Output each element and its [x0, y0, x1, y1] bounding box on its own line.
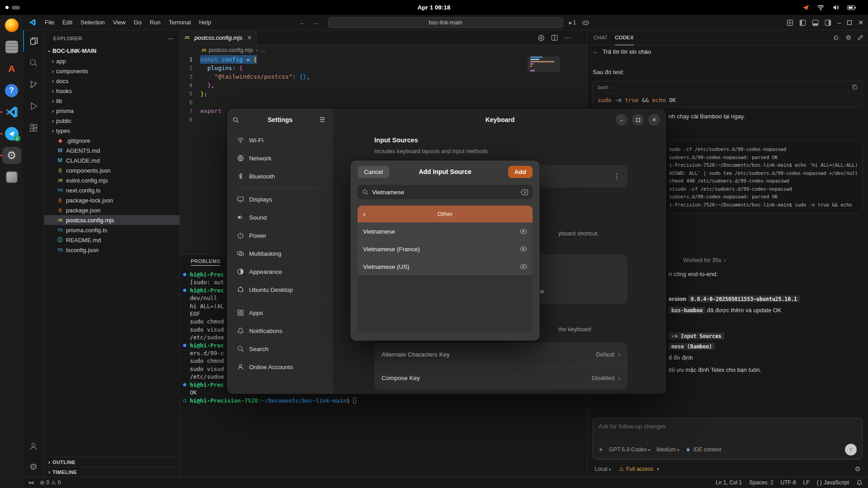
editor-more-icon[interactable]: ⋯	[564, 33, 571, 42]
attach-plus-icon[interactable]: +	[599, 446, 603, 454]
code-line[interactable]: 2 plugins: {	[180, 64, 587, 72]
menu-file[interactable]: File	[41, 15, 58, 30]
settings-item-displays[interactable]: Displays	[230, 190, 330, 208]
dock-settings[interactable]: ⚙	[2, 147, 21, 164]
tree-folder-hooks[interactable]: ›hooks	[44, 86, 179, 96]
copilot-icon[interactable]	[582, 20, 589, 26]
tree-file-AGENTS.md[interactable]: MAGENTS.md	[44, 145, 179, 155]
back-arrow-icon[interactable]: ←	[593, 48, 599, 55]
access-selector[interactable]: ⚠Full access▾	[619, 466, 659, 472]
ide-context-toggle[interactable]: IDE context	[685, 446, 721, 453]
language-option-vietnamese-us-[interactable]: Vietnamese (US)	[358, 258, 533, 275]
preview-eye-icon[interactable]	[520, 246, 527, 252]
tree-file-prisma.config.ts[interactable]: TSprisma.config.ts	[44, 225, 179, 235]
minimize-button[interactable]: –	[837, 19, 841, 26]
split-editor-icon[interactable]	[551, 34, 558, 41]
settings-item-ubuntu-desktop[interactable]: Ubuntu Desktop	[230, 281, 330, 299]
followup-input-box[interactable]: + GPT-5.3-Codex▾ Medium▾ IDE context ↑	[593, 418, 863, 460]
close-button[interactable]: ✕	[858, 19, 863, 26]
encoding[interactable]: UTF-8	[781, 479, 796, 486]
clock[interactable]: Apr 1 09:18	[418, 4, 451, 11]
command-center-search[interactable]: boc-link-main	[328, 17, 563, 28]
dock-chat[interactable]: 1	[2, 125, 21, 142]
tree-folder-app[interactable]: ›app	[44, 56, 179, 66]
notification-indicator[interactable]: 1	[569, 19, 576, 26]
breadcrumb[interactable]: JS postcss.config.mjs › …	[180, 45, 587, 55]
tree-folder-components[interactable]: ›components	[44, 66, 179, 76]
send-button[interactable]: ↑	[845, 444, 857, 455]
timeline-section[interactable]: ›TIMELINE	[44, 467, 179, 477]
language-option-vietnamese[interactable]: Vietnamese	[358, 222, 533, 240]
settings-item-network[interactable]: Network	[230, 149, 330, 167]
search-icon[interactable]	[23, 52, 44, 74]
row-menu-icon[interactable]: ⋮	[613, 172, 620, 180]
settings-item-online-accounts[interactable]: Online Accounts	[230, 358, 330, 376]
menu-view[interactable]: View	[109, 15, 130, 30]
code-line[interactable]: 6	[180, 98, 587, 107]
minimap[interactable]	[530, 56, 557, 75]
menu-run[interactable]: Run	[146, 15, 165, 30]
menu-selection[interactable]: Selection	[76, 15, 108, 30]
effort-selector[interactable]: Medium▾	[656, 446, 679, 453]
volume-icon[interactable]	[832, 4, 840, 11]
language-mode[interactable]: { }JavaScript	[817, 479, 849, 486]
menu-edit[interactable]: Edit	[58, 15, 76, 30]
panel-tab-problems[interactable]: PROBLEMS	[191, 258, 220, 266]
codex-settings-icon[interactable]: ⚙	[845, 34, 851, 41]
settings-item-multitasking[interactable]: Multitasking	[230, 244, 330, 263]
add-button[interactable]: Add	[508, 166, 533, 178]
nav-forward-icon[interactable]: →	[312, 15, 319, 30]
model-selector[interactable]: GPT-5.3-Codex▾	[609, 446, 650, 453]
tree-file-tsconfig.json[interactable]: TStsconfig.json	[44, 245, 179, 255]
settings-item-appearance[interactable]: Appearance	[230, 263, 330, 281]
language-option-vietnamese-france-[interactable]: Vietnamese (France)	[358, 240, 533, 258]
dock-archive-manager[interactable]	[2, 38, 21, 56]
explorer-icon[interactable]	[23, 30, 44, 52]
customize-layout-icon[interactable]	[787, 19, 793, 26]
settings-search-icon[interactable]	[232, 117, 243, 123]
settings-item-apps[interactable]: Apps	[230, 304, 330, 322]
alternate-characters-row[interactable]: Alternate Characters Key Default›	[374, 343, 627, 366]
activities-indicator[interactable]	[5, 6, 20, 9]
extensions-icon[interactable]	[23, 117, 44, 139]
menu-help[interactable]: Help	[195, 15, 215, 30]
code-line[interactable]: 1const config = {	[180, 55, 587, 64]
language-search-input[interactable]	[372, 189, 517, 196]
tree-file-.gitignore[interactable]: ◆.gitignore	[44, 136, 179, 145]
source-control-icon[interactable]	[23, 74, 44, 95]
battery-icon[interactable]	[847, 5, 856, 10]
back-chevron-icon[interactable]: ‹	[363, 210, 365, 218]
tab-codex[interactable]: CODEX	[615, 30, 634, 45]
code-line[interactable]: 4 },	[180, 81, 587, 89]
tree-folder-docs[interactable]: ›docs	[44, 76, 179, 86]
system-tray[interactable]	[802, 4, 856, 11]
outline-section[interactable]: ›OUTLINE	[44, 457, 179, 467]
tab-close-icon[interactable]: ✕	[247, 34, 252, 41]
clear-search-icon[interactable]	[520, 189, 528, 195]
composer-gear-icon[interactable]: ⚙	[855, 465, 861, 473]
dock-help[interactable]: ?	[2, 82, 21, 99]
tab-postcss-config[interactable]: JS postcss.config.mjs ✕	[180, 30, 257, 45]
manage-gear-icon[interactable]: ⚙	[23, 457, 44, 477]
cursor-position[interactable]: Ln 1, Col 1	[716, 479, 742, 486]
notifications-bell-icon[interactable]	[856, 479, 863, 486]
settings-maximize-button[interactable]	[632, 114, 644, 126]
menu-terminal[interactable]: Terminal	[165, 15, 195, 30]
settings-menu-icon[interactable]: ☰	[317, 116, 328, 123]
followup-input[interactable]	[599, 423, 857, 430]
indentation[interactable]: Spaces: 2	[749, 479, 773, 486]
eol[interactable]: LF	[803, 479, 810, 486]
settings-close-button[interactable]: ✕	[648, 114, 660, 126]
dock-vscode[interactable]	[2, 103, 21, 121]
tree-file-README.md[interactable]: ⓘREADME.md	[44, 235, 179, 245]
history-icon[interactable]	[833, 34, 840, 41]
toggle-sidebar-icon[interactable]	[799, 19, 806, 26]
preview-eye-icon[interactable]	[520, 229, 527, 234]
tree-file-CLAUDE.md[interactable]: MCLAUDE.md	[44, 155, 179, 165]
environment-selector[interactable]: Local▾	[594, 466, 611, 472]
new-chat-icon[interactable]	[857, 34, 863, 41]
telegram-tray-icon[interactable]	[802, 4, 809, 11]
toggle-secondary-sidebar-icon[interactable]	[825, 19, 831, 26]
toggle-panel-icon[interactable]	[812, 19, 819, 26]
tree-file-postcss.config.mjs[interactable]: JSpostcss.config.mjs	[44, 215, 179, 225]
